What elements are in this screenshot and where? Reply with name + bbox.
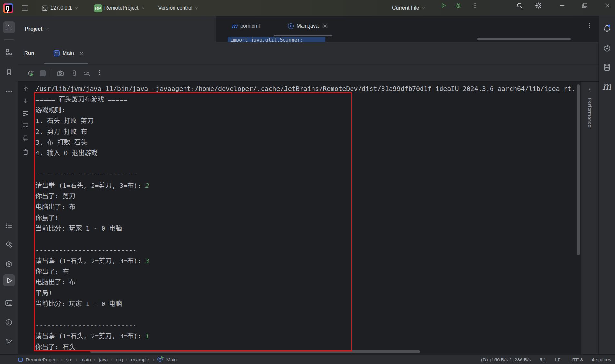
notifications-button[interactable] xyxy=(601,23,613,34)
performance-label: Performance xyxy=(587,98,593,127)
console-h-scrollbar[interactable] xyxy=(90,350,420,353)
project-icon xyxy=(18,358,23,362)
performance-collapsed-panel[interactable]: Performance xyxy=(581,82,598,354)
scroll-to-end-button[interactable] xyxy=(22,122,29,129)
minimize-button[interactable] xyxy=(557,0,568,11)
sidebar-item-more[interactable] xyxy=(3,85,15,97)
console-user-input: 1 xyxy=(145,332,149,340)
tab-main-java[interactable]: C Main.java xyxy=(283,16,332,36)
toolbar-divider xyxy=(51,69,51,77)
console-user-input: 2 xyxy=(145,182,149,189)
sidebar-item-project[interactable] xyxy=(3,21,15,33)
print-button[interactable] xyxy=(22,135,29,142)
ai-assistant-button[interactable] xyxy=(601,43,613,54)
breadcrumb-item[interactable]: src xyxy=(66,357,72,362)
import-into-editor-button[interactable] xyxy=(69,69,77,77)
console-line xyxy=(35,310,581,320)
database-button[interactable] xyxy=(601,62,613,73)
network-stats[interactable]: (D) ↑156 B/s / ↓236 B/s xyxy=(481,357,531,362)
console-line: 3. 布 打败 石头 xyxy=(35,137,581,148)
kebab-menu-icon xyxy=(586,22,593,29)
camera-icon xyxy=(56,69,64,77)
search-everywhere-button[interactable] xyxy=(514,0,525,11)
run-configuration-selector[interactable]: Current File xyxy=(392,0,426,16)
stop-icon xyxy=(40,70,46,76)
close-button[interactable] xyxy=(602,0,613,11)
sidebar-item-build[interactable] xyxy=(3,238,15,250)
sidebar-item-run[interactable] xyxy=(3,274,15,286)
rerun-icon xyxy=(27,69,35,77)
console-tab-icon xyxy=(54,50,60,56)
breadcrumb-item[interactable]: example xyxy=(131,357,149,362)
chevron-down-icon[interactable] xyxy=(45,27,49,31)
settings-button[interactable] xyxy=(533,0,544,11)
editor-h-scrollbar[interactable] xyxy=(477,38,571,40)
play-icon xyxy=(440,2,447,9)
run-tab-main[interactable]: Main xyxy=(54,50,84,56)
console-line: /usr/lib/jvm/java-11/bin/java -javaagent… xyxy=(35,83,581,94)
debug-button[interactable] xyxy=(453,0,464,11)
sidebar-item-problems[interactable] xyxy=(3,316,15,328)
next-occurrence-button[interactable] xyxy=(22,97,29,104)
clear-console-button[interactable] xyxy=(22,148,29,156)
maven-button[interactable]: m xyxy=(601,81,613,92)
sidebar-item-git[interactable] xyxy=(3,336,15,348)
rerun-button[interactable] xyxy=(27,69,35,77)
sidebar-item-structure[interactable] xyxy=(3,46,15,58)
line-separator[interactable]: LF xyxy=(555,357,561,362)
screenshot-button[interactable] xyxy=(56,69,64,77)
sidebar-item-todo[interactable] xyxy=(3,220,15,232)
main-menu-button[interactable] xyxy=(21,4,29,12)
vcs-widget[interactable]: Version control xyxy=(158,5,199,11)
close-tab-icon[interactable] xyxy=(322,24,328,29)
console-line: 平局! xyxy=(35,288,581,299)
file-encoding[interactable]: UTF-8 xyxy=(569,357,583,362)
breadcrumb-item[interactable]: main xyxy=(80,357,91,362)
arrow-up-icon xyxy=(22,85,29,92)
selected-code-fragment: import java.util.Scanner; xyxy=(228,37,325,42)
prev-occurrence-button[interactable] xyxy=(22,85,29,92)
gear-icon xyxy=(534,2,542,9)
console-line: 你出了: 剪刀 xyxy=(35,191,581,202)
close-tab-icon[interactable] xyxy=(79,51,84,56)
import-arrow-icon xyxy=(69,69,77,77)
console-line xyxy=(35,159,581,169)
more-actions-button[interactable] xyxy=(470,0,481,11)
run-button[interactable] xyxy=(438,0,449,11)
soft-wrap-button[interactable] xyxy=(22,110,29,117)
printer-icon xyxy=(22,135,29,142)
breadcrumb-item[interactable]: org xyxy=(116,357,123,362)
tab-label: Main.java xyxy=(296,23,318,29)
ide-window: 127.0.0.1 RP RemoteProject Version contr… xyxy=(0,0,615,364)
chevron-down-icon xyxy=(421,6,426,10)
breadcrumb-item[interactable]: java xyxy=(99,357,108,362)
sidebar-item-bookmarks[interactable] xyxy=(3,66,15,78)
project-widget[interactable]: RP RemoteProject xyxy=(94,4,145,12)
console-output: /usr/lib/jvm/java-11/bin/java -javaagent… xyxy=(33,82,581,352)
run-console[interactable]: /usr/lib/jvm/java-11/bin/java -javaagent… xyxy=(33,82,581,354)
console-more-button[interactable] xyxy=(96,69,104,78)
breadcrumb-item[interactable]: RemoteProject xyxy=(26,357,58,362)
indent-style[interactable]: 4 spaces xyxy=(592,357,611,362)
breadcrumb-item[interactable]: Main xyxy=(166,357,177,362)
maximize-button[interactable] xyxy=(579,0,590,11)
console-line: 请出拳 (1=石头, 2=剪刀, 3=布): 1 xyxy=(35,331,581,341)
remote-host-selector[interactable]: 127.0.0.1 xyxy=(41,5,79,12)
breadcrumb-separator: › xyxy=(94,357,96,362)
profiler-button[interactable] xyxy=(82,69,91,77)
editor-tab-options-button[interactable] xyxy=(586,22,593,30)
caret-position[interactable]: 5:1 xyxy=(540,357,546,362)
sidebar-item-services[interactable] xyxy=(3,258,15,270)
breadcrumb-separator: › xyxy=(153,357,154,362)
status-widgets: (D) ↑156 B/s / ↓236 B/s 5:1 LF UTF-8 4 s… xyxy=(481,357,611,362)
stop-button[interactable] xyxy=(40,70,46,76)
console-v-scrollbar[interactable] xyxy=(577,84,580,255)
run-toolbar xyxy=(18,65,598,82)
maven-file-icon: m xyxy=(231,23,238,30)
tab-pom-xml[interactable]: m pom.xml xyxy=(227,16,264,36)
editor-tab-bar: m pom.xml C Main.java import java.util.S… xyxy=(216,16,598,42)
left-tool-stripe xyxy=(0,16,18,354)
project-panel-title[interactable]: Project xyxy=(25,26,42,32)
console-line: 你赢了! xyxy=(35,213,581,223)
sidebar-item-terminal[interactable] xyxy=(3,297,15,309)
